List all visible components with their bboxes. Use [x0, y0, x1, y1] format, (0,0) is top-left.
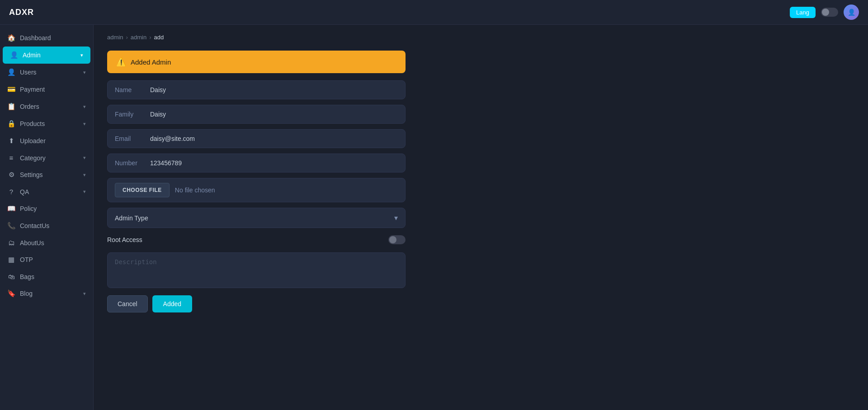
family-label: Family: [115, 111, 146, 118]
qa-icon: ?: [7, 188, 15, 196]
topbar: ADXR Lang 👤: [0, 0, 868, 25]
sidebar-item-qa[interactable]: ? QA ▾: [0, 183, 93, 200]
sidebar-label-dashboard: Dashboard: [20, 34, 86, 42]
sidebar-label-bags: Bags: [20, 273, 86, 280]
sidebar-item-products[interactable]: 🔒 Products ▾: [0, 115, 93, 132]
aboutus-icon: 🗂: [7, 239, 15, 247]
email-label: Email: [115, 135, 146, 142]
dashboard-icon: 🏠: [7, 34, 15, 42]
breadcrumb-separator: ›: [126, 34, 127, 41]
chevron-icon-category: ▾: [83, 155, 86, 161]
topbar-right: Lang 👤: [790, 5, 859, 20]
sidebar-item-settings[interactable]: ⚙ Settings ▾: [0, 166, 93, 183]
number-label: Number: [115, 159, 146, 167]
added-button[interactable]: Added: [152, 295, 192, 312]
chevron-icon-qa: ▾: [83, 189, 86, 195]
breadcrumb-item-2: add: [154, 34, 164, 41]
otp-icon: ▦: [7, 256, 15, 264]
root-access-toggle[interactable]: [388, 235, 406, 244]
family-input[interactable]: [150, 111, 398, 118]
theme-toggle[interactable]: [821, 8, 838, 17]
users-icon: 👤: [7, 68, 15, 76]
orders-icon: 📋: [7, 102, 15, 111]
sidebar-item-category[interactable]: ≡ Category ▾: [0, 149, 93, 166]
contactus-icon: 📞: [7, 222, 15, 230]
sidebar-label-users: Users: [20, 69, 79, 76]
breadcrumb-separator: ›: [149, 34, 151, 41]
sidebar-label-contactus: ContactUs: [20, 222, 86, 229]
sidebar-item-payment[interactable]: 💳 Payment: [0, 81, 93, 98]
no-file-text: No file chosen: [175, 186, 215, 194]
sidebar-label-blog: Blog: [20, 290, 79, 297]
lang-button[interactable]: Lang: [790, 7, 816, 18]
blog-icon: 🔖: [7, 289, 15, 298]
choose-file-button[interactable]: CHOOSE FILE: [115, 183, 170, 197]
name-label: Name: [115, 86, 146, 93]
sidebar-item-admin[interactable]: 👤 Admin ▾: [3, 47, 90, 64]
file-upload-row: CHOOSE FILE No file chosen: [107, 178, 406, 202]
theme-toggle-track[interactable]: [821, 8, 838, 17]
sidebar-item-contactus[interactable]: 📞 ContactUs: [0, 217, 93, 234]
description-field: [107, 252, 406, 288]
category-icon: ≡: [7, 154, 15, 162]
sidebar-item-users[interactable]: 👤 Users ▾: [0, 64, 93, 81]
uploader-icon: ⬆: [7, 137, 15, 145]
admin-icon: 👤: [10, 51, 18, 59]
select-arrow-icon: ▾: [394, 214, 398, 222]
email-field: Email: [107, 129, 406, 148]
breadcrumb-item-0[interactable]: admin: [107, 34, 123, 41]
layout: 🏠 Dashboard 👤 Admin ▾ 👤 Users ▾ 💳 Paymen…: [0, 25, 868, 410]
breadcrumb: admin›admin›add: [107, 34, 854, 41]
sidebar-label-otp: OTP: [20, 256, 86, 263]
sidebar-label-admin: Admin: [23, 51, 76, 59]
alert-message: Added Admin: [131, 58, 171, 66]
chevron-icon-users: ▾: [83, 70, 86, 75]
number-input[interactable]: [150, 159, 398, 167]
chevron-icon-products: ▾: [83, 121, 86, 127]
email-input[interactable]: [150, 135, 398, 142]
theme-toggle-thumb: [822, 9, 829, 16]
sidebar-label-uploader: Uploader: [20, 137, 86, 144]
chevron-icon-orders: ▾: [83, 104, 86, 110]
sidebar-label-qa: QA: [20, 188, 79, 196]
family-field: Family: [107, 105, 406, 124]
breadcrumb-item-1[interactable]: admin: [131, 34, 146, 41]
products-icon: 🔒: [7, 120, 15, 128]
sidebar-item-policy[interactable]: 📖 Policy: [0, 200, 93, 217]
cancel-button[interactable]: Cancel: [107, 295, 148, 312]
admin-type-row: Admin TypeSuper AdminModeratorEditor ▾: [107, 208, 406, 228]
avatar[interactable]: 👤: [844, 5, 859, 20]
payment-icon: 💳: [7, 85, 15, 93]
sidebar-label-settings: Settings: [20, 171, 79, 178]
form-actions: Cancel Added: [107, 295, 406, 312]
chevron-icon-blog: ▾: [83, 291, 86, 297]
root-access-label: Root Access: [107, 236, 142, 243]
alert-icon: ⚠️: [116, 57, 126, 67]
root-access-row: Root Access: [107, 233, 406, 246]
sidebar: 🏠 Dashboard 👤 Admin ▾ 👤 Users ▾ 💳 Paymen…: [0, 25, 94, 410]
name-input[interactable]: [150, 86, 398, 93]
admin-type-select[interactable]: Admin TypeSuper AdminModeratorEditor: [115, 214, 394, 222]
sidebar-item-uploader[interactable]: ⬆ Uploader: [0, 132, 93, 149]
bags-icon: 🛍: [7, 273, 15, 280]
form-container: ⚠️ Added Admin Name Family Email Number: [107, 51, 406, 312]
main-content: admin›admin›add ⚠️ Added Admin Name Fami…: [94, 25, 868, 410]
sidebar-item-orders[interactable]: 📋 Orders ▾: [0, 98, 93, 115]
number-field: Number: [107, 154, 406, 172]
root-access-toggle-thumb: [389, 236, 396, 243]
description-textarea[interactable]: [115, 258, 398, 281]
alert-banner: ⚠️ Added Admin: [107, 51, 406, 73]
sidebar-item-blog[interactable]: 🔖 Blog ▾: [0, 285, 93, 302]
app-logo: ADXR: [9, 8, 34, 17]
chevron-icon-settings: ▾: [83, 172, 86, 178]
sidebar-item-aboutus[interactable]: 🗂 AboutUs: [0, 234, 93, 251]
sidebar-label-orders: Orders: [20, 103, 79, 110]
settings-icon: ⚙: [7, 171, 15, 179]
sidebar-label-payment: Payment: [20, 86, 86, 93]
sidebar-label-policy: Policy: [20, 205, 86, 212]
sidebar-item-otp[interactable]: ▦ OTP: [0, 251, 93, 268]
sidebar-item-dashboard[interactable]: 🏠 Dashboard: [0, 29, 93, 47]
sidebar-item-bags[interactable]: 🛍 Bags: [0, 268, 93, 285]
sidebar-label-category: Category: [20, 154, 79, 162]
policy-icon: 📖: [7, 205, 15, 213]
